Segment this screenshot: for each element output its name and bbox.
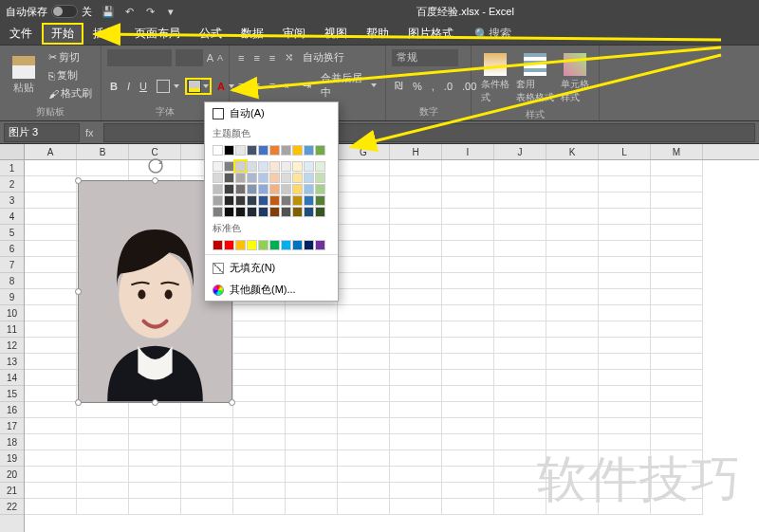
cell[interactable] (599, 338, 651, 354)
cell[interactable] (494, 289, 546, 305)
increase-decimal-button[interactable]: .0 (441, 80, 455, 93)
cell[interactable] (390, 499, 442, 515)
cell[interactable] (599, 467, 651, 483)
resize-handle[interactable] (75, 288, 82, 295)
color-swatch[interactable] (292, 195, 303, 206)
cell[interactable] (25, 176, 77, 193)
color-swatch[interactable] (235, 184, 246, 194)
cell[interactable] (181, 499, 233, 515)
cell[interactable] (390, 321, 442, 338)
resize-handle[interactable] (75, 177, 82, 184)
cell[interactable] (546, 434, 599, 450)
cell[interactable] (338, 305, 390, 321)
tab-view[interactable]: 视图 (315, 23, 357, 45)
cell[interactable] (546, 402, 599, 418)
cell[interactable] (599, 289, 651, 305)
color-swatch[interactable] (304, 207, 314, 217)
cell[interactable] (442, 386, 494, 402)
color-swatch[interactable] (292, 161, 303, 172)
cell[interactable] (338, 338, 390, 354)
cell[interactable] (442, 289, 494, 305)
cell[interactable] (129, 434, 181, 450)
cell[interactable] (390, 176, 442, 193)
tab-picture-format[interactable]: 图片格式 (398, 23, 463, 45)
cell[interactable] (599, 450, 651, 467)
resize-handle[interactable] (152, 399, 158, 406)
color-swatch[interactable] (247, 161, 257, 172)
redo-icon[interactable]: ↷ (143, 5, 157, 18)
cell[interactable] (546, 483, 599, 499)
color-swatch[interactable] (247, 173, 257, 183)
cell[interactable] (599, 209, 651, 225)
cell[interactable] (599, 273, 651, 289)
color-swatch[interactable] (304, 145, 314, 156)
cell[interactable] (494, 321, 546, 338)
color-swatch[interactable] (304, 173, 314, 183)
cell[interactable] (651, 467, 703, 483)
name-box[interactable]: 图片 3 (4, 123, 80, 142)
color-swatch[interactable] (224, 161, 234, 172)
cut-button[interactable]: ✂剪切 (46, 49, 95, 65)
color-swatch[interactable] (235, 145, 246, 156)
cell[interactable] (494, 434, 546, 450)
cell[interactable] (651, 273, 703, 289)
color-swatch[interactable] (304, 161, 314, 172)
cell[interactable] (77, 402, 129, 418)
cell[interactable] (546, 273, 599, 289)
cell[interactable] (390, 386, 442, 402)
cell[interactable] (286, 402, 338, 418)
color-swatch[interactable] (292, 207, 303, 217)
cell[interactable] (286, 434, 338, 450)
tab-data[interactable]: 数据 (231, 23, 273, 45)
row-header[interactable]: 8 (0, 273, 24, 289)
cell[interactable] (546, 418, 599, 434)
table-format-button[interactable]: 套用 表格格式 (517, 49, 553, 108)
cell[interactable] (546, 450, 599, 467)
cell[interactable] (338, 289, 390, 305)
search-box[interactable]: 🔍 搜索 (469, 23, 517, 45)
cell[interactable] (546, 225, 599, 241)
color-swatch[interactable] (235, 240, 246, 250)
tab-home[interactable]: 开始 (42, 23, 83, 45)
row-header[interactable]: 10 (0, 305, 24, 321)
cell[interactable] (442, 209, 494, 225)
cell[interactable] (442, 499, 494, 515)
cell[interactable] (25, 450, 77, 467)
column-header[interactable]: K (546, 144, 599, 159)
color-swatch[interactable] (315, 184, 325, 194)
row-header[interactable]: 5 (0, 225, 24, 241)
cell[interactable] (390, 370, 442, 386)
cell[interactable] (286, 418, 338, 434)
column-header[interactable]: B (77, 144, 129, 159)
cell[interactable] (233, 402, 286, 418)
cell[interactable] (651, 418, 703, 434)
indent-decrease-button[interactable]: ⇤ (282, 79, 296, 93)
cell[interactable] (390, 418, 442, 434)
row-header[interactable]: 13 (0, 354, 24, 370)
cell[interactable] (494, 402, 546, 418)
cell[interactable] (442, 467, 494, 483)
cell[interactable] (442, 354, 494, 370)
cell[interactable] (338, 450, 390, 467)
rotate-handle-icon[interactable] (146, 156, 165, 175)
cell[interactable] (390, 257, 442, 273)
cell[interactable] (338, 176, 390, 193)
tab-review[interactable]: 审阅 (273, 23, 315, 45)
cell[interactable] (390, 354, 442, 370)
cell[interactable] (599, 370, 651, 386)
cell[interactable] (390, 402, 442, 418)
color-swatch[interactable] (281, 207, 291, 217)
tab-pagelayout[interactable]: 页面布局 (125, 23, 190, 45)
cell[interactable] (181, 483, 233, 499)
color-swatch[interactable] (315, 161, 325, 172)
cell[interactable] (599, 321, 651, 338)
cell[interactable] (338, 225, 390, 241)
cell[interactable] (599, 241, 651, 257)
conditional-format-button[interactable]: 条件格式 (477, 49, 513, 108)
color-swatch[interactable] (213, 173, 223, 183)
tab-insert[interactable]: 插入 (83, 23, 125, 45)
cell[interactable] (77, 434, 129, 450)
cell[interactable] (338, 321, 390, 338)
cell[interactable] (494, 305, 546, 321)
cell[interactable] (338, 193, 390, 209)
